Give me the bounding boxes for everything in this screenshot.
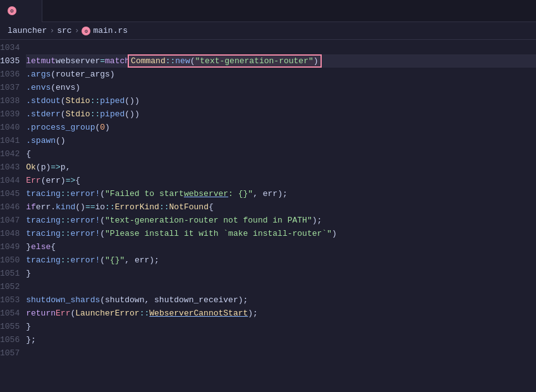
code-token: => [66, 176, 76, 185]
code-token: ); [248, 309, 258, 318]
code-token: (p) [36, 162, 51, 172]
code-token-paren: ( [190, 56, 195, 66]
code-token-piped2: piped [100, 109, 125, 119]
ln-1056: 1056 [0, 333, 26, 346]
code-token: :: [90, 96, 100, 106]
code-line-1041: .spawn() [26, 134, 536, 147]
tab-close-button[interactable] [24, 6, 34, 16]
code-token-dot: . [26, 96, 31, 106]
code-line-1051: } [26, 267, 536, 280]
code-token: } [26, 242, 31, 252]
code-token: : {}" [228, 189, 253, 199]
code-line-1050: tracing::error!("{}", err); [26, 254, 536, 267]
tab-main-rs[interactable] [0, 0, 42, 22]
line-numbers: 1034 1035 1036 1037 1038 1039 1040 1041 … [0, 40, 26, 392]
code-token-mut: mut [41, 56, 56, 66]
code-token-dot: . [26, 70, 31, 79]
code-line-1046: if err.kind() == io::ErrorKind::NotFound… [26, 200, 536, 214]
tab-bar [0, 0, 536, 22]
code-token-eq: = [100, 56, 105, 66]
code-token-ok: Ok [26, 162, 36, 172]
code-line-1055: } [26, 320, 536, 333]
code-token: }; [26, 335, 36, 345]
code-token-return: return [26, 309, 56, 318]
ln-1039: 1039 [0, 107, 26, 121]
ln-1035: 1035 [0, 54, 26, 68]
code-line-1054: return Err(LauncherError::WebserverCanno… [26, 307, 536, 320]
code-line-1034 [26, 41, 536, 54]
code-token: shutdown_shards [26, 295, 100, 305]
code-token: :: [90, 109, 100, 119]
code-token: "Please install it with `make install-ro… [105, 229, 332, 238]
code-token: :: [61, 216, 71, 225]
code-token: { [209, 202, 214, 212]
code-line-1036: .args(router_args) [26, 68, 536, 81]
code-token: ( [61, 109, 66, 119]
ln-1055: 1055 [0, 320, 26, 333]
code-token-stdio: Stdio [66, 96, 90, 106]
code-line-1057 [26, 346, 536, 360]
code-token: ( [100, 255, 105, 265]
code-token: ( [100, 229, 105, 238]
breadcrumb-sep-1: › [49, 26, 54, 35]
code-token: ()) [125, 96, 139, 106]
code-token: ( [70, 309, 75, 318]
code-token: ( [61, 96, 66, 106]
ln-1042: 1042 [0, 147, 26, 161]
ln-1049: 1049 [0, 240, 26, 254]
code-token-err: Err [26, 176, 40, 185]
code-content: let mut webserver = match Command::new("… [26, 40, 536, 392]
code-token: { [51, 242, 56, 252]
code-token-colon: :: [166, 56, 176, 66]
code-token-stdio2: Stdio [66, 109, 90, 119]
code-line-1047: tracing::error!("text-generation-router … [26, 214, 536, 227]
code-token-new: new [175, 56, 190, 66]
code-line-1035: let mut webserver = match Command::new("… [26, 54, 536, 68]
code-token-zero: 0 [100, 123, 105, 132]
code-token: => [51, 162, 61, 172]
ln-1046: 1046 [0, 200, 26, 214]
code-token-webserver-cannot-start: WebserverCannotStart [149, 309, 248, 318]
code-line-1045: tracing::error!("Failed to start webserv… [26, 187, 536, 200]
code-token: :: [61, 229, 71, 238]
code-token: ( [100, 216, 105, 225]
code-line-1044: Err(err) => { [26, 174, 536, 187]
code-token: (envs) [51, 83, 80, 92]
code-token: tracing [26, 229, 61, 238]
code-token: ( [95, 123, 100, 132]
code-token-err2: Err [56, 309, 70, 318]
ln-1034: 1034 [0, 41, 26, 54]
code-token: (shutdown, shutdown_receiver); [100, 295, 248, 305]
ln-1044: 1044 [0, 174, 26, 187]
code-token-else: else [31, 242, 51, 252]
code-token-match: match [105, 56, 130, 66]
ln-1040: 1040 [0, 121, 26, 134]
code-token: tracing [26, 216, 61, 225]
code-token: :: [61, 255, 71, 265]
code-token: , err); [125, 255, 159, 265]
code-token: ) [332, 229, 337, 238]
ln-1054: 1054 [0, 307, 26, 320]
code-token: ) [105, 123, 110, 132]
code-line-1040: .process_group(0) [26, 121, 536, 134]
code-token: , err); [253, 189, 288, 199]
code-token: () [56, 136, 66, 145]
code-token-if: if [26, 202, 36, 212]
highlight-command-new: Command::new("text-generation-router") [130, 56, 319, 66]
code-token: :: [105, 202, 115, 212]
rust-file-icon [8, 6, 16, 15]
breadcrumb-sep-2: › [75, 26, 80, 35]
ln-1037: 1037 [0, 81, 26, 94]
code-token: kind [56, 202, 75, 212]
code-token-piped: piped [100, 96, 125, 106]
code-token: "{}" [105, 255, 125, 265]
ln-1048: 1048 [0, 227, 26, 240]
code-token: error! [70, 189, 100, 199]
code-token: error! [70, 229, 100, 238]
code-token: :: [61, 189, 71, 199]
breadcrumb-file-icon [82, 27, 90, 35]
code-token: "Failed to start [105, 189, 184, 199]
code-token: error! [70, 216, 100, 225]
code-token-webserver: webserver [56, 56, 100, 66]
code-token: NotFound [169, 202, 209, 212]
